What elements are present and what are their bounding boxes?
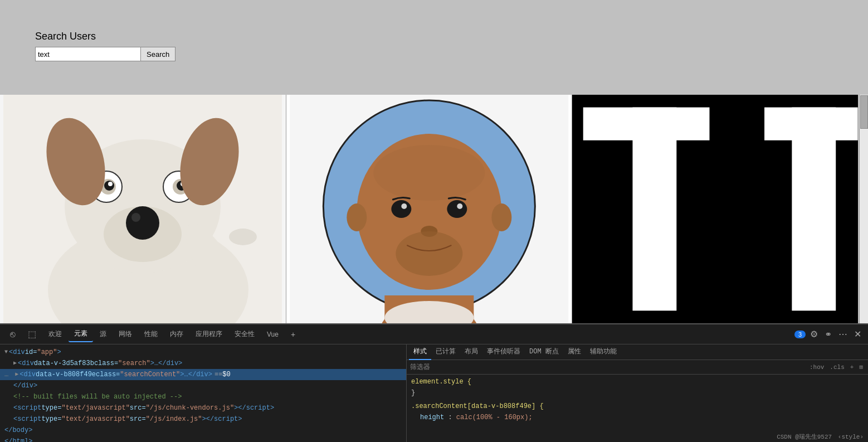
devtools-tab-security[interactable]: 安全性 [229,327,260,342]
network-label: 网络 [119,329,132,339]
html-line-comment[interactable]: <!-- built files will be auto injected -… [0,391,406,402]
devtools-tab-welcome[interactable]: 欢迎 [43,327,67,342]
layout-label: 布局 [465,347,478,356]
arrow-icon-2: ▶ [13,358,17,368]
devtools-tab-performance[interactable]: 性能 [139,327,163,342]
devtools-tab-network[interactable]: 网络 [113,327,138,342]
close-icon[interactable]: ✕ [852,328,864,341]
accessibility-label: 辅助功能 [590,347,617,356]
elements-label: 元素 [74,329,87,338]
devtools-badge: 3 [794,331,806,338]
svg-point-26 [373,145,485,201]
devtools-tab-source[interactable]: 源 [94,327,112,342]
close-script2: ></script> [202,414,242,424]
tag-script2: <script [13,414,41,424]
connect-icon[interactable]: ⚭ [822,328,834,341]
element-style-rule: element.style { [411,377,864,387]
html-line-html[interactable]: </html> [0,436,406,442]
indent-2 [11,370,15,380]
html-line-script2[interactable]: <script type= "text/javascript" src= "/j… [0,414,406,425]
comment-text: <!-- built files will be auto injected -… [13,392,182,402]
devtools-tab-vue[interactable]: Vue [261,327,284,342]
devtools-tab-console-icon[interactable]: ⎋ [4,327,21,342]
element-style-selector: element.style { [411,378,471,386]
svg-point-34 [491,203,511,231]
styles-tab-accessibility[interactable]: 辅助功能 [586,344,621,360]
search-input[interactable] [35,47,141,61]
devtools-html-panel: ▼ <div id= "app" > ▶ <div data-v-3d5af83… [0,344,407,442]
cls-button[interactable]: .cls [828,364,846,371]
plus-button[interactable]: + [849,364,856,371]
close-tag: >…</div> [150,358,183,368]
searchcontent-height: height : calc(100% - 160px); [411,412,864,422]
styles-tab-properties[interactable]: 属性 [563,344,586,360]
element-style-close: } [411,388,864,398]
searchcontent-rule: .searchContent[data-v-b808f49e] { [411,401,864,411]
tag-search: <div [18,358,34,368]
attr-src-val1: "/js/chunk-vendors.js" [146,403,234,413]
devtools-styles-panel: 样式 已计算 布局 事件侦听器 DOM 断点 属性 辅助功能 [407,344,868,442]
html-line-body[interactable]: </body> [0,425,406,436]
grid-button[interactable]: ⊞ [857,363,865,371]
arrow-icon-3: ▶ [15,370,18,380]
svg-rect-39 [792,108,836,311]
styles-tab-styles[interactable]: 样式 [409,344,431,360]
search-title: Search Users [35,31,175,42]
devtools-tab-more[interactable]: + [285,327,301,342]
scrollbar-track[interactable] [859,95,868,323]
styles-tab-computed[interactable]: 已计算 [431,344,460,360]
search-section: Search Users Search [35,31,175,61]
dog-placeholder [0,95,286,323]
dollar-sign: $0 [222,370,230,380]
settings-icon[interactable]: ⚙ [808,328,820,341]
styles-filter-bar: 筛选器 :hov .cls + ⊞ [407,360,868,375]
tag-divclose: </div> [13,381,37,391]
filter-label: 筛选器 [410,362,430,372]
styles-label: 样式 [413,347,427,356]
indent-6 [4,414,13,424]
devtools-panel: ⎋ ⬚ 欢迎 元素 源 网络 性能 内存 应用程序 安全性 Vue [0,323,868,442]
more-icon[interactable]: ⋯ [836,328,850,341]
close-sc: >…</div> [180,370,212,380]
styles-tab-dombreakpoints[interactable]: DOM 断点 [525,344,563,360]
attr-id: id= [25,347,37,357]
html-line-divclose[interactable]: </div> [0,380,406,391]
devtools-tabbar: ⎋ ⬚ 欢迎 元素 源 网络 性能 内存 应用程序 安全性 Vue [0,324,868,344]
indent-1 [4,358,13,368]
style-tag-indicator: ‹style› [838,434,864,440]
attr-type-val1: "text/javascript" [61,403,129,413]
indent-5 [4,403,13,413]
svg-point-28 [401,203,407,209]
image-cell-face [286,95,573,323]
html-line-searchcontent[interactable]: … ▶ <div data-v-b808f49e class= "searchC… [0,369,406,380]
tag-body: </body> [4,425,32,435]
attr-class-val: "search" [118,358,150,368]
search-button[interactable]: Search [141,47,175,61]
styles-tabbar: 样式 已计算 布局 事件侦听器 DOM 断点 属性 辅助功能 [407,344,868,360]
scrollbar-thumb[interactable] [860,95,868,129]
devtools-tab-memory[interactable]: 内存 [164,327,189,342]
devtools-tab-elements[interactable]: 元素 [69,327,93,342]
indent-3 [4,381,13,391]
svg-point-10 [108,182,113,186]
svg-point-19 [229,229,257,245]
dots-indicator: … [4,370,8,380]
styles-tab-eventlisteners[interactable]: 事件侦听器 [482,344,525,360]
html-line-search[interactable]: ▶ <div data-v-3d5af83b class= "search" >… [0,358,406,369]
devtools-tab-inspect-icon[interactable]: ⬚ [22,327,42,342]
styles-tab-layout[interactable]: 布局 [460,344,482,360]
filter-right: :hov .cls + ⊞ [808,363,865,371]
hov-button[interactable]: :hov [808,364,826,371]
attr-id-val: "app" [37,347,57,357]
source-label: 源 [100,329,106,339]
svg-point-5 [131,213,140,222]
attr-class: class= [94,358,118,368]
devtools-tab-application[interactable]: 应用程序 [190,327,228,342]
search-row: Search [35,47,175,61]
html-line-app[interactable]: ▼ <div id= "app" > [0,347,406,358]
devtools-tabs-right: 3 ⚙ ⚭ ⋯ ✕ [794,328,864,341]
memory-label: 内存 [170,329,183,339]
svg-rect-37 [633,108,677,311]
plus-icon: + [291,330,295,339]
html-line-script1[interactable]: <script type= "text/javascript" src= "/j… [0,402,406,414]
